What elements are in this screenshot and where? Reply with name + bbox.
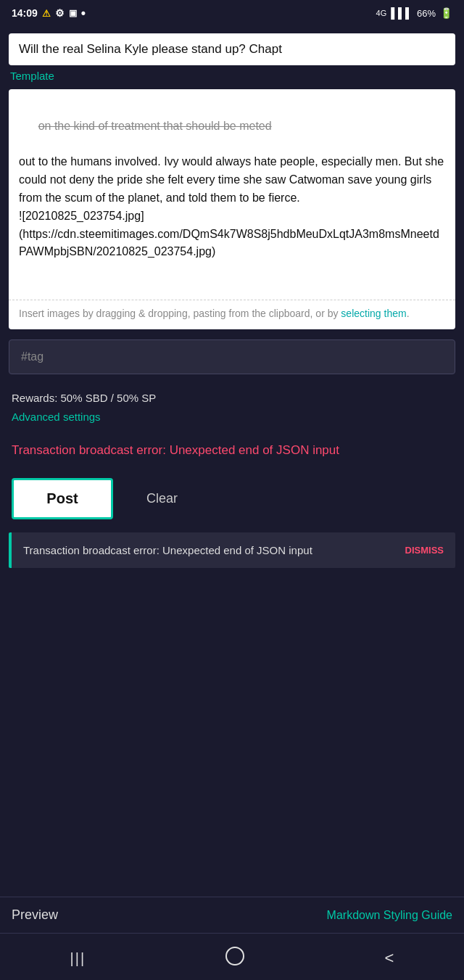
select-images-link[interactable]: selecting them [341,308,406,319]
status-bar: 14:09 ⚠ ⚙ ▣ • 4G ▌▌▌ 66% 🔋 [0,0,464,26]
time-display: 14:09 [12,7,38,19]
error-toast: Transaction broadcast error: Unexpected … [9,532,455,568]
bottom-bar: Preview Markdown Styling Guide [0,897,464,933]
image-hint-text: Insert images by dragging & dropping, pa… [19,308,341,319]
error-toast-text: Transaction broadcast error: Unexpected … [23,543,395,558]
tag-input-container[interactable] [9,339,455,374]
tag-input[interactable] [21,350,443,363]
dismiss-button[interactable]: DISMISS [405,545,444,556]
dot-icon: • [81,6,86,21]
screenshot-icon: ▣ [69,8,77,18]
nav-back-button[interactable]: < [363,946,416,971]
image-hint-suffix: . [407,308,410,319]
rewards-section: Rewards: 50% SBD / 50% SP [0,382,464,408]
nav-bar: ||| < [0,933,464,980]
strikethrough-line: on the kind of treatment that should be … [38,120,272,132]
signal-bars-icon: ▌▌▌ [391,7,413,19]
preview-label[interactable]: Preview [12,907,58,923]
battery-label: 66% [417,8,436,19]
nav-home-button[interactable] [204,944,266,973]
markdown-guide-link[interactable]: Markdown Styling Guide [327,909,452,922]
post-button[interactable]: Post [12,478,113,519]
battery-icon: 🔋 [440,7,452,19]
rewards-text: Rewards: 50% SBD / 50% SP [12,392,156,404]
warning-icon: ⚠ [42,8,51,19]
main-content: Template on the kind of treatment that s… [0,26,464,933]
editor-text[interactable]: on the kind of treatment that should be … [9,89,455,292]
image-insert-hint: Insert images by dragging & dropping, pa… [9,300,455,329]
status-left: 14:09 ⚠ ⚙ ▣ • [12,6,86,21]
action-buttons: Post Clear [0,471,464,527]
title-input[interactable] [19,42,445,57]
status-right: 4G ▌▌▌ 66% 🔋 [376,7,452,19]
advanced-settings[interactable]: Advanced settings [0,408,464,433]
error-message: Transaction broadcast error: Unexpected … [0,433,464,471]
settings-icon: ⚙ [55,7,65,19]
title-input-container[interactable] [9,33,455,65]
clear-button[interactable]: Clear [135,484,189,514]
editor-container[interactable]: on the kind of treatment that should be … [9,89,455,329]
template-label[interactable]: Template [0,65,464,86]
home-circle-icon [225,947,244,965]
nav-menu-button[interactable]: ||| [49,947,108,970]
signal-label: 4G [376,9,387,17]
post-button-wrapper: Post [12,478,113,519]
